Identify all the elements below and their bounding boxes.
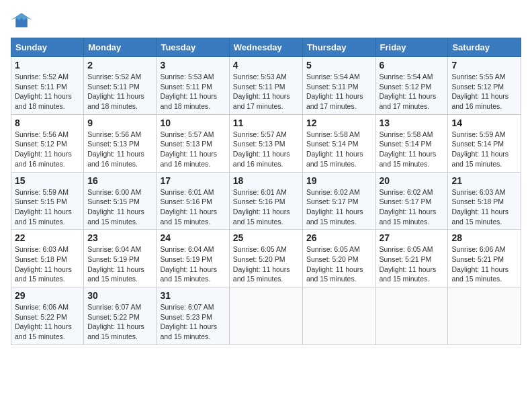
day-info: Sunrise: 6:03 AMSunset: 5:18 PMDaylight:… — [15, 244, 80, 284]
calendar-day-1: 1Sunrise: 5:52 AMSunset: 5:11 PMDaylight… — [11, 57, 84, 115]
day-info: Sunrise: 5:53 AMSunset: 5:11 PMDaylight:… — [233, 72, 299, 111]
day-info: Sunrise: 5:55 AMSunset: 5:12 PMDaylight:… — [451, 72, 517, 111]
calendar-day-13: 13Sunrise: 5:58 AMSunset: 5:14 PMDayligh… — [375, 114, 448, 172]
calendar-header-thursday: Thursday — [302, 38, 375, 57]
calendar-week-1: 1Sunrise: 5:52 AMSunset: 5:11 PMDaylight… — [11, 57, 521, 115]
day-info: Sunrise: 5:56 AMSunset: 5:13 PMDaylight:… — [87, 130, 152, 169]
day-number: 13 — [380, 118, 445, 128]
calendar-day-30: 30Sunrise: 6:07 AMSunset: 5:22 PMDayligh… — [84, 287, 157, 345]
calendar-week-2: 8Sunrise: 5:56 AMSunset: 5:12 PMDaylight… — [11, 114, 521, 172]
calendar-day-10: 10Sunrise: 5:57 AMSunset: 5:13 PMDayligh… — [157, 114, 229, 172]
day-info: Sunrise: 5:58 AMSunset: 5:14 PMDaylight:… — [380, 130, 445, 169]
day-number: 15 — [15, 175, 80, 186]
day-number: 5 — [306, 60, 372, 71]
calendar-week-4: 22Sunrise: 6:03 AMSunset: 5:18 PMDayligh… — [11, 230, 521, 287]
calendar-day-31: 31Sunrise: 6:07 AMSunset: 5:23 PMDayligh… — [157, 287, 229, 345]
day-info: Sunrise: 5:57 AMSunset: 5:13 PMDaylight:… — [233, 130, 299, 169]
empty-cell — [448, 287, 521, 345]
page-header — [11, 11, 521, 30]
calendar-header-row: SundayMondayTuesdayWednesdayThursdayFrid… — [11, 38, 521, 57]
day-number: 21 — [451, 175, 517, 186]
day-number: 30 — [87, 290, 152, 301]
day-info: Sunrise: 6:01 AMSunset: 5:16 PMDaylight:… — [160, 187, 225, 227]
day-info: Sunrise: 6:05 AMSunset: 5:20 PMDaylight:… — [306, 244, 372, 284]
day-number: 2 — [87, 60, 152, 71]
day-number: 6 — [380, 60, 445, 71]
calendar-day-20: 20Sunrise: 6:02 AMSunset: 5:17 PMDayligh… — [375, 172, 448, 230]
day-info: Sunrise: 5:59 AMSunset: 5:15 PMDaylight:… — [15, 187, 80, 227]
calendar-day-4: 4Sunrise: 5:53 AMSunset: 5:11 PMDaylight… — [229, 57, 302, 115]
calendar-day-2: 2Sunrise: 5:52 AMSunset: 5:11 PMDaylight… — [84, 57, 157, 115]
day-info: Sunrise: 6:01 AMSunset: 5:16 PMDaylight:… — [233, 187, 299, 227]
calendar-day-6: 6Sunrise: 5:54 AMSunset: 5:12 PMDaylight… — [375, 57, 448, 115]
calendar-header-monday: Monday — [84, 38, 157, 57]
calendar-day-22: 22Sunrise: 6:03 AMSunset: 5:18 PMDayligh… — [11, 230, 84, 287]
day-number: 23 — [87, 232, 152, 243]
calendar-day-21: 21Sunrise: 6:03 AMSunset: 5:18 PMDayligh… — [448, 172, 521, 230]
day-number: 11 — [233, 118, 299, 128]
calendar-day-15: 15Sunrise: 5:59 AMSunset: 5:15 PMDayligh… — [11, 172, 84, 230]
calendar-header-wednesday: Wednesday — [229, 38, 302, 57]
day-number: 1 — [15, 60, 80, 71]
day-info: Sunrise: 5:53 AMSunset: 5:11 PMDaylight:… — [160, 72, 225, 111]
calendar-day-17: 17Sunrise: 6:01 AMSunset: 5:16 PMDayligh… — [157, 172, 229, 230]
day-info: Sunrise: 6:07 AMSunset: 5:23 PMDaylight:… — [160, 302, 225, 342]
day-number: 24 — [160, 232, 225, 243]
day-info: Sunrise: 5:59 AMSunset: 5:14 PMDaylight:… — [451, 130, 517, 169]
empty-cell — [375, 287, 448, 345]
day-number: 10 — [160, 118, 225, 128]
day-number: 9 — [87, 118, 152, 128]
day-info: Sunrise: 5:52 AMSunset: 5:11 PMDaylight:… — [15, 72, 80, 111]
day-number: 12 — [306, 118, 372, 128]
day-info: Sunrise: 6:06 AMSunset: 5:21 PMDaylight:… — [451, 244, 517, 284]
calendar-day-11: 11Sunrise: 5:57 AMSunset: 5:13 PMDayligh… — [229, 114, 302, 172]
day-number: 17 — [160, 175, 225, 186]
day-info: Sunrise: 5:57 AMSunset: 5:13 PMDaylight:… — [160, 130, 225, 169]
calendar-day-16: 16Sunrise: 6:00 AMSunset: 5:15 PMDayligh… — [84, 172, 157, 230]
day-number: 8 — [15, 118, 80, 128]
day-number: 18 — [233, 175, 299, 186]
day-info: Sunrise: 5:54 AMSunset: 5:12 PMDaylight:… — [380, 72, 445, 111]
day-info: Sunrise: 6:00 AMSunset: 5:15 PMDaylight:… — [87, 187, 152, 227]
day-info: Sunrise: 6:02 AMSunset: 5:17 PMDaylight:… — [306, 187, 372, 227]
calendar-day-8: 8Sunrise: 5:56 AMSunset: 5:12 PMDaylight… — [11, 114, 84, 172]
day-info: Sunrise: 6:04 AMSunset: 5:19 PMDaylight:… — [87, 244, 152, 284]
calendar-day-3: 3Sunrise: 5:53 AMSunset: 5:11 PMDaylight… — [157, 57, 229, 115]
calendar-header-saturday: Saturday — [448, 38, 521, 57]
day-number: 28 — [451, 232, 517, 243]
calendar-day-14: 14Sunrise: 5:59 AMSunset: 5:14 PMDayligh… — [448, 114, 521, 172]
calendar-day-12: 12Sunrise: 5:58 AMSunset: 5:14 PMDayligh… — [302, 114, 375, 172]
calendar-header-tuesday: Tuesday — [157, 38, 229, 57]
logo — [11, 11, 35, 30]
calendar-header-friday: Friday — [375, 38, 448, 57]
day-info: Sunrise: 5:52 AMSunset: 5:11 PMDaylight:… — [87, 72, 152, 111]
calendar-table: SundayMondayTuesdayWednesdayThursdayFrid… — [11, 38, 521, 345]
day-info: Sunrise: 5:56 AMSunset: 5:12 PMDaylight:… — [15, 130, 80, 169]
logo-icon — [11, 11, 32, 30]
day-number: 4 — [233, 60, 299, 71]
day-number: 31 — [160, 290, 225, 301]
calendar-day-24: 24Sunrise: 6:04 AMSunset: 5:19 PMDayligh… — [157, 230, 229, 287]
day-number: 25 — [233, 232, 299, 243]
day-number: 20 — [380, 175, 445, 186]
day-info: Sunrise: 6:05 AMSunset: 5:20 PMDaylight:… — [233, 244, 299, 284]
day-number: 16 — [87, 175, 152, 186]
calendar-day-18: 18Sunrise: 6:01 AMSunset: 5:16 PMDayligh… — [229, 172, 302, 230]
calendar-header-sunday: Sunday — [11, 38, 84, 57]
calendar-day-29: 29Sunrise: 6:06 AMSunset: 5:22 PMDayligh… — [11, 287, 84, 345]
calendar-day-25: 25Sunrise: 6:05 AMSunset: 5:20 PMDayligh… — [229, 230, 302, 287]
calendar-day-28: 28Sunrise: 6:06 AMSunset: 5:21 PMDayligh… — [448, 230, 521, 287]
calendar-day-9: 9Sunrise: 5:56 AMSunset: 5:13 PMDaylight… — [84, 114, 157, 172]
calendar-day-19: 19Sunrise: 6:02 AMSunset: 5:17 PMDayligh… — [302, 172, 375, 230]
day-info: Sunrise: 6:07 AMSunset: 5:22 PMDaylight:… — [87, 302, 152, 342]
day-number: 26 — [306, 232, 372, 243]
day-number: 29 — [15, 290, 80, 301]
day-info: Sunrise: 5:58 AMSunset: 5:14 PMDaylight:… — [306, 130, 372, 169]
day-number: 22 — [15, 232, 80, 243]
day-info: Sunrise: 6:03 AMSunset: 5:18 PMDaylight:… — [451, 187, 517, 227]
empty-cell — [302, 287, 375, 345]
day-info: Sunrise: 5:54 AMSunset: 5:11 PMDaylight:… — [306, 72, 372, 111]
calendar-week-5: 29Sunrise: 6:06 AMSunset: 5:22 PMDayligh… — [11, 287, 521, 345]
day-number: 19 — [306, 175, 372, 186]
empty-cell — [229, 287, 302, 345]
